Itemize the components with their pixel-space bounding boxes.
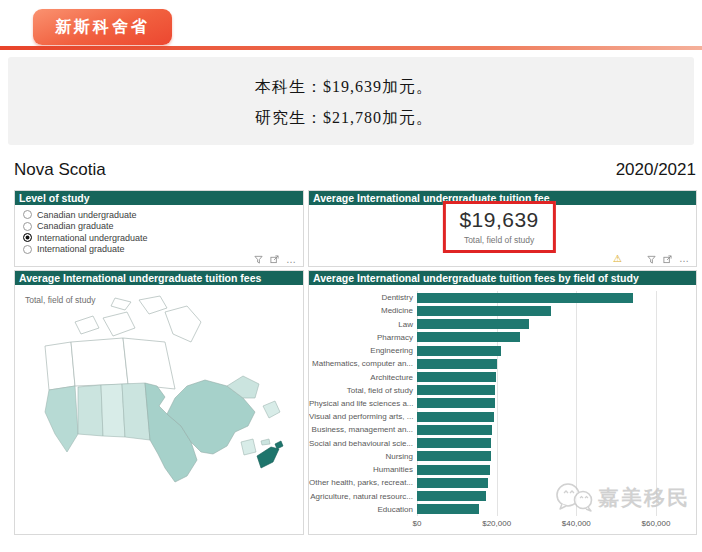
radio-option[interactable]: Canadian graduate (21, 221, 303, 233)
map-pei[interactable] (261, 439, 270, 445)
bar-track (417, 425, 656, 435)
bar[interactable] (417, 491, 486, 501)
bar-label: Social and behavioural scie... (309, 439, 417, 448)
radio-label: Canadian graduate (37, 221, 114, 231)
school-year: 2020/2021 (616, 160, 696, 180)
bar[interactable] (417, 438, 491, 448)
bar-label: Nursing (309, 452, 417, 461)
bar-label: Medicine (309, 306, 417, 315)
undergrad-summary-text: 本科生：$19,639加元。 (255, 77, 433, 98)
more-options-icon[interactable]: … (286, 256, 297, 264)
map-arctic-island (103, 312, 135, 336)
bar-label: Law (309, 320, 417, 329)
bar-row: Agriculture, natural resourc... (309, 490, 656, 503)
province-badge: 新斯科舍省 (33, 9, 172, 45)
warning-icon[interactable]: ⚠ (613, 254, 622, 264)
red-divider (0, 46, 702, 50)
x-tick-label: $20,000 (482, 519, 511, 528)
bar[interactable] (417, 504, 479, 514)
bar-label: Agriculture, natural resourc... (309, 492, 417, 501)
map-newfoundland[interactable] (263, 401, 280, 418)
bar-track (417, 412, 656, 422)
bar-track (417, 504, 656, 514)
bar-label: Mathematics, computer an... (309, 359, 417, 368)
bar-track (417, 332, 656, 342)
bar[interactable] (417, 451, 491, 461)
fee-value: $19,639 (459, 208, 538, 232)
bar-track (417, 306, 656, 316)
radio-icon[interactable] (23, 245, 32, 254)
bar-row: Engineering (309, 344, 656, 357)
bar-label: Education (309, 505, 417, 514)
radio-icon[interactable] (23, 222, 32, 231)
map-saskatchewan[interactable] (101, 384, 125, 437)
bar-row: Nursing (309, 450, 656, 463)
bar-track (417, 438, 656, 448)
radio-option[interactable]: International graduate (21, 244, 303, 256)
bar[interactable] (417, 412, 494, 422)
bar-track (417, 319, 656, 329)
bar[interactable] (417, 332, 520, 342)
more-options-icon[interactable]: … (679, 255, 690, 263)
bar[interactable] (417, 425, 492, 435)
focus-mode-icon[interactable] (270, 255, 279, 264)
radio-icon[interactable] (23, 233, 32, 242)
bar-row: Dentistry (309, 291, 656, 304)
bar-track (417, 398, 656, 408)
bar[interactable] (417, 359, 497, 369)
x-tick-label: $40,000 (562, 519, 591, 528)
bar-track (417, 385, 656, 395)
canada-map (15, 287, 303, 533)
bar-label: Other health, parks, recreat... (309, 478, 417, 487)
focus-mode-icon[interactable] (663, 255, 672, 264)
map-arctic-island (139, 296, 167, 314)
radio-icon[interactable] (23, 210, 32, 219)
bar-row: Visual and performing arts, ... (309, 410, 656, 423)
map-arctic-island (111, 298, 131, 310)
bar-label: Physical and life sciences a... (309, 399, 417, 408)
x-axis: $0$20,000$40,000$60,000 (417, 519, 656, 531)
bar-label: Total, field of study (309, 386, 417, 395)
radio-label: International undergraduate (37, 233, 148, 243)
bar-track (417, 465, 656, 475)
bar-row: Total, field of study (309, 384, 656, 397)
bar-row: Mathematics, computer an... (309, 357, 656, 370)
bar-track (417, 451, 656, 461)
bar-row: Social and behavioural scie... (309, 437, 656, 450)
radio-option[interactable]: International undergraduate (21, 232, 303, 244)
bar[interactable] (417, 465, 490, 475)
map-new-brunswick[interactable] (241, 439, 256, 455)
bar[interactable] (417, 398, 495, 408)
radio-label: International graduate (37, 244, 125, 254)
bar[interactable] (417, 346, 501, 356)
bar-track (417, 478, 656, 488)
map-nova-scotia[interactable] (257, 447, 279, 468)
filter-icon[interactable] (647, 255, 656, 264)
tuition-fee-panel: Average International undergraduate tuit… (308, 190, 697, 267)
bar[interactable] (417, 319, 529, 329)
bar[interactable] (417, 293, 633, 303)
radio-option[interactable]: Canadian undergraduate (21, 209, 303, 221)
bar-label: Architecture (309, 373, 417, 382)
map-nwt[interactable] (71, 338, 128, 386)
map-alberta[interactable] (78, 385, 103, 436)
level-of-study-panel: Level of study Canadian undergraduateCan… (14, 190, 304, 267)
page-title: Nova Scotia (14, 160, 106, 180)
bar[interactable] (417, 385, 495, 395)
filter-icon[interactable] (254, 255, 263, 264)
bar-rows: DentistryMedicineLawPharmacyEngineeringM… (309, 291, 656, 516)
fee-highlight-box: $19,639 Total, field of study (442, 201, 555, 253)
bar[interactable] (417, 306, 551, 316)
map-cape-breton[interactable] (275, 441, 283, 449)
map-nunavut[interactable] (123, 338, 175, 389)
panel-toolbar: … (254, 255, 297, 264)
bar[interactable] (417, 478, 488, 488)
map-yukon[interactable] (45, 342, 75, 390)
bar-label: Dentistry (309, 293, 417, 302)
map-british-columbia[interactable] (45, 386, 78, 452)
panel-toolbar: ⚠ … (613, 254, 690, 264)
bar[interactable] (417, 372, 496, 382)
bar-row: Other health, parks, recreat... (309, 476, 656, 489)
panel-title: Level of study (15, 191, 303, 205)
bar-track (417, 491, 656, 501)
